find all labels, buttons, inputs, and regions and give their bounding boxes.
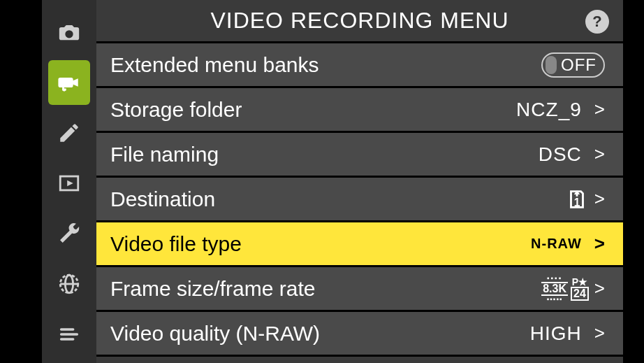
mymenu-icon — [57, 322, 81, 346]
chevron-right-icon: > — [594, 322, 605, 344]
toggle-knob — [546, 56, 557, 74]
camera-menu-app: VIDEO RECORDING MENU ? Extended menu ban… — [0, 0, 644, 363]
sidebar-item-video[interactable] — [48, 60, 90, 105]
framesize-left: ▪▪▪▪ 8.3K ▪▪▪▪▪ — [541, 275, 568, 303]
menu-item-value: N-RAW — [531, 236, 582, 252]
menu-item-value: DSC — [539, 143, 582, 166]
sidebar-item-photo[interactable] — [48, 10, 90, 55]
film-bot: ▪▪▪▪▪ — [547, 296, 563, 303]
framesize-badge: ▪▪▪▪ 8.3K ▪▪▪▪▪ P★ 24 — [541, 275, 589, 303]
menu-item-extended-banks[interactable]: Extended menu banks OFF — [96, 43, 623, 88]
menu-item-frame-size-rate[interactable]: Frame size/frame rate ▪▪▪▪ 8.3K ▪▪▪▪▪ P★… — [96, 267, 623, 312]
menu-item-video-quality[interactable]: Video quality (N-RAW) HIGH > — [96, 312, 623, 357]
sidebar — [42, 0, 96, 363]
wrench-icon — [57, 222, 81, 245]
playback-icon — [57, 171, 81, 195]
main-panel: VIDEO RECORDING MENU ? Extended menu ban… — [96, 0, 623, 363]
menu-item-label: Extended menu banks — [110, 53, 541, 77]
framesize-fps: 24 — [571, 287, 589, 301]
toggle-off-badge: OFF — [541, 52, 605, 78]
menu-item-destination[interactable]: Destination 1 > — [96, 178, 623, 222]
svg-text:1: 1 — [573, 196, 580, 208]
chevron-right-icon: > — [594, 99, 605, 120]
help-button[interactable]: ? — [585, 10, 609, 34]
menu-item-label: Storage folder — [110, 98, 516, 122]
framesize-right: P★ 24 — [571, 277, 589, 301]
pencil-icon — [57, 121, 81, 145]
menu-list: Extended menu banks OFF Storage folder N… — [96, 43, 623, 363]
chevron-right-icon: > — [594, 188, 605, 210]
camera-icon — [57, 20, 81, 44]
card-slot-badge: 1 — [565, 187, 589, 211]
framesize-star: P★ — [572, 277, 587, 287]
menu-item-video-file-type[interactable]: Video file type N-RAW > — [96, 222, 623, 267]
sidebar-item-mymenu[interactable] — [48, 312, 90, 357]
page-title: VIDEO RECORDING MENU — [210, 8, 508, 34]
menu-item-label: Video quality (N-RAW) — [110, 322, 530, 346]
menu-item-label: Video file type — [110, 232, 531, 256]
card-slot-icon: 1 — [565, 187, 589, 211]
sidebar-item-setup[interactable] — [48, 211, 90, 256]
menu-item-value: NCZ_9 — [516, 99, 582, 121]
chevron-right-icon: > — [594, 233, 605, 255]
sidebar-item-playback[interactable] — [48, 161, 90, 206]
video-camera-icon — [57, 71, 81, 94]
menu-item-file-naming[interactable]: File naming DSC > — [96, 133, 623, 178]
toggle-text: OFF — [561, 55, 597, 75]
film-top: ▪▪▪▪ — [547, 275, 562, 282]
chevron-right-icon: > — [594, 143, 605, 165]
menu-item-storage-folder[interactable]: Storage folder NCZ_9 > — [96, 88, 623, 133]
menu-header: VIDEO RECORDING MENU ? — [96, 0, 623, 43]
sidebar-item-network[interactable] — [48, 262, 90, 306]
menu-item-label: Destination — [110, 187, 565, 211]
sidebar-item-custom[interactable] — [48, 111, 90, 155]
chevron-right-icon: > — [594, 278, 605, 299]
framesize-value: 8.3K — [541, 282, 568, 296]
globe-icon — [57, 272, 81, 296]
menu-item-label: File naming — [110, 143, 539, 166]
menu-item-value: HIGH — [530, 322, 582, 345]
menu-item-label: Frame size/frame rate — [110, 277, 541, 301]
